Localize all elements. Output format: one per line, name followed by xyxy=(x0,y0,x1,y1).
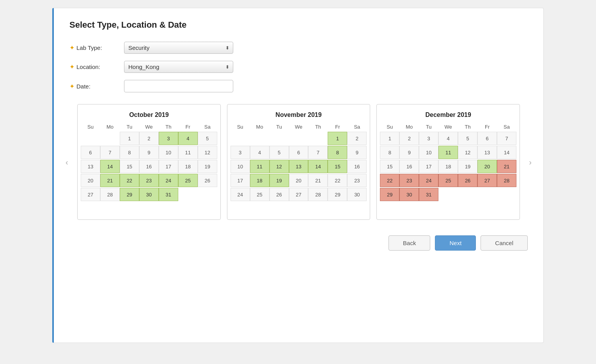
day-cell-1[interactable]: 1 xyxy=(120,132,139,145)
day-cell-24[interactable]: 24 xyxy=(159,174,178,187)
location-select-wrapper[interactable]: Hong_Kong New_York London Tokyo xyxy=(124,61,233,73)
day-cell-4[interactable]: 4 xyxy=(438,132,458,145)
day-cell-10[interactable]: 10 xyxy=(231,160,250,173)
day-cell-19[interactable]: 19 xyxy=(458,160,477,173)
day-cell-9[interactable]: 9 xyxy=(399,146,419,159)
day-cell-30[interactable]: 30 xyxy=(139,188,159,201)
day-cell-6[interactable]: 6 xyxy=(477,132,497,145)
day-cell-28[interactable]: 28 xyxy=(100,188,120,201)
day-cell-20[interactable]: 20 xyxy=(81,174,100,187)
day-cell-8[interactable]: 8 xyxy=(380,146,399,159)
day-cell-23[interactable]: 23 xyxy=(347,174,367,187)
day-cell-31[interactable]: 31 xyxy=(419,188,438,201)
day-cell-24[interactable]: 24 xyxy=(419,174,438,187)
day-cell-22[interactable]: 22 xyxy=(328,174,347,187)
day-cell-30[interactable]: 30 xyxy=(399,188,419,201)
day-cell-14[interactable]: 14 xyxy=(308,160,328,173)
day-cell-6[interactable]: 6 xyxy=(289,146,309,159)
day-cell-15[interactable]: 15 xyxy=(328,160,347,173)
day-cell-28[interactable]: 28 xyxy=(497,174,516,187)
day-cell-7[interactable]: 7 xyxy=(100,146,120,159)
day-cell-26[interactable]: 26 xyxy=(458,174,477,187)
day-cell-2[interactable]: 2 xyxy=(399,132,419,145)
day-cell-29[interactable]: 29 xyxy=(120,188,139,201)
day-cell-8[interactable]: 8 xyxy=(120,146,139,159)
day-cell-26[interactable]: 26 xyxy=(270,188,289,201)
day-cell-16[interactable]: 16 xyxy=(399,160,419,173)
day-cell-18[interactable]: 18 xyxy=(438,160,458,173)
day-cell-21[interactable]: 21 xyxy=(497,160,516,173)
next-arrow[interactable]: › xyxy=(529,157,532,166)
day-cell-18[interactable]: 18 xyxy=(250,174,270,187)
day-cell-26[interactable]: 26 xyxy=(198,174,217,187)
day-cell-7[interactable]: 7 xyxy=(497,132,516,145)
location-select[interactable]: Hong_Kong New_York London Tokyo xyxy=(124,61,233,73)
day-cell-20[interactable]: 20 xyxy=(289,174,309,187)
day-cell-25[interactable]: 25 xyxy=(438,174,458,187)
cancel-button[interactable]: Cancel xyxy=(481,235,528,251)
day-cell-11[interactable]: 11 xyxy=(250,160,270,173)
day-cell-5[interactable]: 5 xyxy=(458,132,477,145)
day-cell-9[interactable]: 9 xyxy=(347,146,367,159)
day-cell-29[interactable]: 29 xyxy=(328,188,347,201)
day-cell-19[interactable]: 19 xyxy=(270,174,289,187)
day-cell-17[interactable]: 17 xyxy=(231,174,250,187)
lab-type-select[interactable]: Security Network Cloud Development xyxy=(124,42,233,54)
day-cell-14[interactable]: 14 xyxy=(100,160,120,173)
day-cell-13[interactable]: 13 xyxy=(289,160,309,173)
day-cell-5[interactable]: 5 xyxy=(198,132,217,145)
day-cell-2[interactable]: 2 xyxy=(347,132,367,145)
day-cell-8[interactable]: 8 xyxy=(328,146,347,159)
day-cell-23[interactable]: 23 xyxy=(139,174,159,187)
day-cell-24[interactable]: 24 xyxy=(231,188,250,201)
day-cell-10[interactable]: 10 xyxy=(419,146,438,159)
day-cell-6[interactable]: 6 xyxy=(81,146,100,159)
day-cell-9[interactable]: 9 xyxy=(139,146,159,159)
day-cell-3[interactable]: 3 xyxy=(231,146,250,159)
day-cell-15[interactable]: 15 xyxy=(120,160,139,173)
date-input[interactable] xyxy=(124,80,233,92)
day-cell-10[interactable]: 10 xyxy=(159,146,178,159)
day-cell-13[interactable]: 13 xyxy=(477,146,497,159)
day-cell-12[interactable]: 12 xyxy=(458,146,477,159)
day-cell-11[interactable]: 11 xyxy=(438,146,458,159)
day-cell-4[interactable]: 4 xyxy=(178,132,198,145)
prev-arrow[interactable]: ‹ xyxy=(66,157,68,166)
day-cell-1[interactable]: 1 xyxy=(328,132,347,145)
day-cell-15[interactable]: 15 xyxy=(380,160,399,173)
next-button[interactable]: Next xyxy=(435,235,476,251)
day-cell-27[interactable]: 27 xyxy=(289,188,309,201)
day-cell-31[interactable]: 31 xyxy=(159,188,178,201)
day-cell-22[interactable]: 22 xyxy=(120,174,139,187)
day-cell-25[interactable]: 25 xyxy=(250,188,270,201)
day-cell-2[interactable]: 2 xyxy=(139,132,159,145)
day-cell-16[interactable]: 16 xyxy=(347,160,367,173)
day-cell-30[interactable]: 30 xyxy=(347,188,367,201)
back-button[interactable]: Back xyxy=(388,235,430,251)
day-cell-20[interactable]: 20 xyxy=(477,160,497,173)
day-cell-16[interactable]: 16 xyxy=(139,160,159,173)
day-cell-18[interactable]: 18 xyxy=(178,160,198,173)
day-cell-3[interactable]: 3 xyxy=(159,132,178,145)
day-cell-21[interactable]: 21 xyxy=(308,174,328,187)
day-cell-1[interactable]: 1 xyxy=(380,132,399,145)
day-cell-13[interactable]: 13 xyxy=(81,160,100,173)
day-cell-11[interactable]: 11 xyxy=(178,146,198,159)
day-cell-19[interactable]: 19 xyxy=(198,160,217,173)
day-cell-7[interactable]: 7 xyxy=(308,146,328,159)
day-cell-28[interactable]: 28 xyxy=(308,188,328,201)
day-cell-4[interactable]: 4 xyxy=(250,146,270,159)
day-cell-27[interactable]: 27 xyxy=(81,188,100,201)
day-cell-17[interactable]: 17 xyxy=(419,160,438,173)
day-cell-25[interactable]: 25 xyxy=(178,174,198,187)
day-cell-21[interactable]: 21 xyxy=(100,174,120,187)
lab-type-select-wrapper[interactable]: Security Network Cloud Development xyxy=(124,42,233,54)
day-cell-29[interactable]: 29 xyxy=(380,188,399,201)
day-cell-14[interactable]: 14 xyxy=(497,146,516,159)
day-cell-23[interactable]: 23 xyxy=(399,174,419,187)
day-cell-22[interactable]: 22 xyxy=(380,174,399,187)
day-cell-5[interactable]: 5 xyxy=(270,146,289,159)
day-cell-27[interactable]: 27 xyxy=(477,174,497,187)
day-cell-12[interactable]: 12 xyxy=(270,160,289,173)
day-cell-17[interactable]: 17 xyxy=(159,160,178,173)
